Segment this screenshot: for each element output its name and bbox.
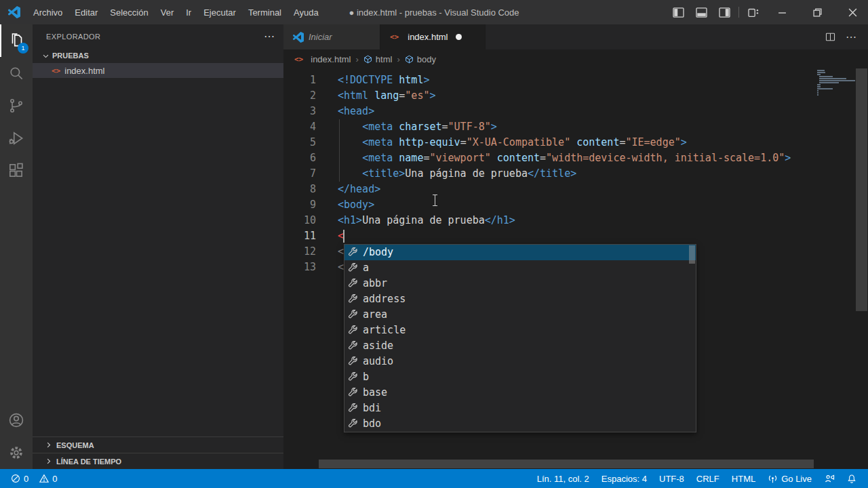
status-bar: 00 Lín. 11, col. 2Espacios: 4UTF-8CRLFHT… xyxy=(0,469,868,488)
minimize-icon[interactable] xyxy=(770,0,793,24)
status-errors[interactable]: 0 xyxy=(7,469,33,488)
suggest-item-close-body[interactable]: /body xyxy=(344,245,696,260)
code-line-10[interactable]: 10<h1>Una página de prueba</h1> xyxy=(283,213,868,228)
suggest-scrollbar[interactable] xyxy=(689,245,695,264)
suggest-item-bdi[interactable]: bdi xyxy=(344,401,696,416)
activity-account[interactable] xyxy=(0,404,33,436)
menu-ayuda[interactable]: Ayuda xyxy=(288,0,325,24)
breadcrumb-html[interactable]: html xyxy=(363,54,393,64)
activity-source-control[interactable] xyxy=(0,89,33,122)
line-content: <meta name="viewport" content="width=dev… xyxy=(316,150,791,166)
line-number: 4 xyxy=(283,119,316,135)
menu-archivo[interactable]: Archivo xyxy=(27,0,68,24)
tab-index-html[interactable]: <> index.html xyxy=(380,24,486,49)
minimap-line xyxy=(817,88,833,89)
minimap[interactable] xyxy=(817,70,854,96)
close-icon[interactable] xyxy=(841,0,864,24)
run-debug-icon xyxy=(7,129,25,147)
suggest-item-a[interactable]: a xyxy=(344,260,696,276)
file-item-index-html[interactable]: <> index.html xyxy=(33,63,283,78)
dirty-indicator-icon[interactable] xyxy=(456,34,462,40)
code-line-9[interactable]: 9<body> xyxy=(283,197,868,213)
vertical-scrollbar[interactable] xyxy=(856,68,867,311)
restore-icon[interactable] xyxy=(806,0,829,24)
code-line-7[interactable]: 7 <title>Una página de prueba</title> xyxy=(283,166,868,182)
menu-ir[interactable]: Ir xyxy=(180,0,197,24)
wrench-icon xyxy=(348,279,358,289)
code-line-6[interactable]: 6 <meta name="viewport" content="width=d… xyxy=(283,150,868,166)
status-go-live[interactable]: Go Live xyxy=(762,469,818,488)
activity-settings[interactable] xyxy=(0,436,33,469)
line-number: 1 xyxy=(283,73,316,88)
tab-label: index.html xyxy=(408,32,448,42)
window-title: ● index.html - pruebas - Visual Studio C… xyxy=(349,7,519,18)
status-indentation[interactable]: Espacios: 4 xyxy=(595,469,653,488)
status-label: 0 xyxy=(24,474,28,484)
layout-sidebar-left-icon[interactable] xyxy=(667,0,690,24)
layout-panel-icon[interactable] xyxy=(690,0,713,24)
suggest-item-area[interactable]: area xyxy=(344,307,696,323)
gear-icon xyxy=(7,444,25,462)
status-label: CRLF xyxy=(696,474,719,484)
section-linea-de-tiempo[interactable]: LÍNEA DE TIEMPO xyxy=(33,453,283,469)
minimap-line xyxy=(819,78,846,79)
line-content: < xyxy=(316,244,344,260)
menu-ver[interactable]: Ver xyxy=(155,0,180,24)
code-line-4[interactable]: 4 <meta charset="UTF-8"> xyxy=(283,119,868,135)
file-tree-empty xyxy=(33,78,283,436)
more-actions-icon[interactable]: ⋯ xyxy=(264,30,275,43)
line-number: 3 xyxy=(283,104,316,119)
chevron-down-icon xyxy=(42,52,50,60)
code-line-1[interactable]: 1<!DOCTYPE html> xyxy=(283,73,868,88)
activity-extensions[interactable] xyxy=(0,155,33,187)
activity-explorer[interactable]: 1 xyxy=(0,24,33,57)
suggest-item-article[interactable]: article xyxy=(344,323,696,338)
suggest-item-audio[interactable]: audio xyxy=(344,354,696,369)
layout-sidebar-right-icon[interactable] xyxy=(713,0,736,24)
suggest-item-base[interactable]: base xyxy=(344,385,696,401)
status-eol[interactable]: CRLF xyxy=(690,469,726,488)
status-warnings[interactable]: 0 xyxy=(35,469,61,488)
wrench-icon xyxy=(348,310,358,320)
wrench-icon xyxy=(348,294,358,304)
activity-search[interactable] xyxy=(0,57,33,89)
section-esquema[interactable]: ESQUEMA xyxy=(33,436,283,453)
window-controls xyxy=(667,0,868,24)
suggest-label: abbr xyxy=(363,276,387,291)
code-line-2[interactable]: 2<html lang="es"> xyxy=(283,88,868,104)
menu-editar[interactable]: Editar xyxy=(68,0,104,24)
code-editor[interactable]: 1<!DOCTYPE html>2<html lang="es">3<head>… xyxy=(283,68,868,469)
code-line-5[interactable]: 5 <meta http-equiv="X-UA-Compatible" con… xyxy=(283,135,868,150)
status-feedback[interactable] xyxy=(818,469,841,488)
html-file-icon: <> xyxy=(390,33,399,41)
suggest-item-address[interactable]: address xyxy=(344,291,696,307)
split-editor-icon[interactable] xyxy=(825,31,836,43)
menu-terminal[interactable]: Terminal xyxy=(242,0,288,24)
status-cursor-position[interactable]: Lín. 11, col. 2 xyxy=(531,469,595,488)
suggest-item-b[interactable]: b xyxy=(344,369,696,385)
account-icon xyxy=(7,411,25,429)
activity-run-debug[interactable] xyxy=(0,122,33,155)
vscode-logo xyxy=(293,32,304,43)
line-number: 5 xyxy=(283,135,316,150)
horizontal-scrollbar[interactable] xyxy=(319,460,814,468)
code-line-3[interactable]: 3<head> xyxy=(283,104,868,119)
menu-seleccion[interactable]: Selección xyxy=(104,0,154,24)
more-actions-icon[interactable]: ⋯ xyxy=(846,30,857,43)
tab-iniciar[interactable]: Iniciar xyxy=(283,24,380,49)
status-notifications[interactable] xyxy=(841,469,863,488)
symbol-cube-icon xyxy=(405,55,414,64)
folder-section-pruebas[interactable]: PRUEBAS xyxy=(33,48,283,63)
status-language-mode[interactable]: HTML xyxy=(726,469,762,488)
breadcrumb-body[interactable]: body xyxy=(405,54,436,64)
vscode-logo xyxy=(8,6,20,18)
layout-customize-icon[interactable] xyxy=(742,0,765,24)
status-encoding[interactable]: UTF-8 xyxy=(653,469,690,488)
suggest-item-aside[interactable]: aside xyxy=(344,338,696,354)
menu-ejecutar[interactable]: Ejecutar xyxy=(197,0,242,24)
code-line-11[interactable]: 11< xyxy=(283,228,868,244)
suggest-item-abbr[interactable]: abbr xyxy=(344,276,696,291)
code-line-8[interactable]: 8</head> xyxy=(283,182,868,197)
suggest-item-bdo[interactable]: bdo xyxy=(344,416,696,432)
breadcrumb-file[interactable]: <> index.html xyxy=(294,54,351,64)
